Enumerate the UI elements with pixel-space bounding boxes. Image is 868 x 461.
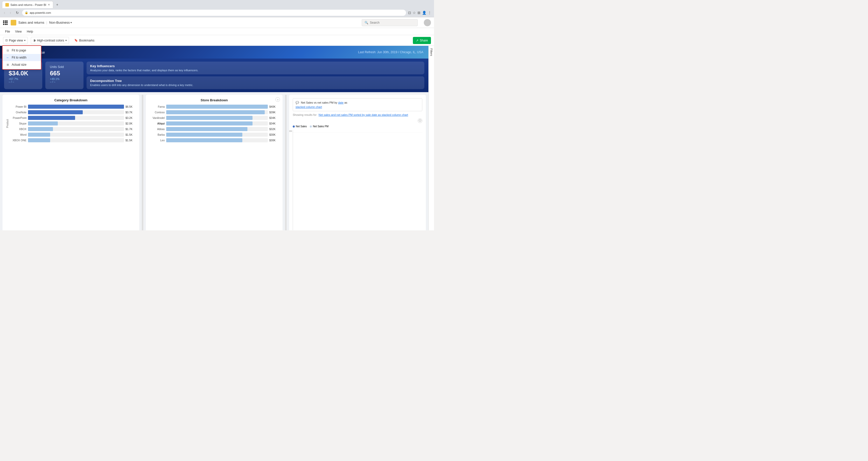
report-content: soft | Alpine Ski House Last Refresh: Ju… (0, 46, 428, 230)
page-view-dropdown: ⊟ Fit to page ↔ Fit to width ⊞ Actual si… (2, 45, 41, 70)
fit-to-width-label: Fit to width (12, 56, 27, 59)
bar-row-xbox: XBOX $1.7K (10, 127, 136, 131)
chart-divider-1 (142, 95, 143, 230)
actual-size-option[interactable]: ⊞ Actual size (3, 61, 41, 68)
store-bar-value-fama: $40K (269, 105, 279, 108)
bar-row-word: Word $1.5K (10, 133, 136, 137)
store-bar-label-aliqui: Aliqui (149, 122, 165, 125)
bar-row-skype: Skype $2.0K (10, 121, 136, 125)
bar-value-powerbi: $6.5K (125, 105, 136, 108)
showing-label: Showing results for (293, 113, 317, 116)
forward-button[interactable]: › (8, 10, 12, 16)
bar-value-xboxone: $1.5K (125, 139, 136, 142)
key-influencers-card[interactable]: Key Influencers Analyzes your data, rank… (87, 62, 424, 74)
bar-fill-powerpoint (28, 116, 75, 120)
bar-fill-powerbi (28, 104, 124, 109)
ai-query-date-link[interactable]: date (338, 101, 343, 104)
fit-to-page-option[interactable]: ⊟ Fit to page (3, 47, 41, 54)
bar-row-onenote: OneNote $3.7K (10, 110, 136, 114)
share-button[interactable]: ↗ Share (413, 37, 431, 44)
bar-container-xbox (28, 127, 124, 131)
store-bar-container-abbas (166, 127, 268, 131)
powerbi-app: Sales and returns | Non-Business ▾ 🔍 Fil… (0, 17, 434, 230)
toolbar: ⊡ Page view ▾ ◑ High-contrast colors ▾ 🔖… (0, 35, 434, 46)
bar-container-onenote (28, 110, 124, 114)
bar-row-powerpoint: PowerPoint $3.2K (10, 116, 136, 120)
store-bar-container-vanarsdel (166, 116, 268, 120)
bar-container-powerbi (28, 104, 124, 109)
legend-net-sales-label: Net Sales (296, 125, 307, 128)
workspace-name[interactable]: Non-Business ▾ (49, 21, 72, 25)
store-bar-container-aliqui (166, 121, 268, 125)
key-influencers-title: Key Influencers (90, 64, 421, 68)
user-avatar[interactable] (424, 19, 431, 26)
cast-icon[interactable]: ⊡ (408, 11, 411, 15)
tab-favicon (5, 3, 9, 7)
store-bar-container-leo (166, 138, 268, 142)
ai-query-chart-link[interactable]: stacked column chart (296, 105, 322, 109)
category-bar-rows: Power BI $6.5K OneNote (10, 104, 136, 142)
search-input[interactable] (370, 21, 415, 25)
bar-value-word: $1.5K (125, 133, 136, 136)
store-bar-label-abbas: Abbas (149, 127, 165, 131)
decomposition-tree-card[interactable]: Decomposition Tree Enables users to dril… (87, 76, 424, 89)
star-icon[interactable]: ☆ (413, 11, 416, 15)
info-icon[interactable]: ⓘ (418, 118, 422, 123)
bookmarks-button[interactable]: 🔖 Bookmarks (72, 37, 97, 44)
topbar: Sales and returns | Non-Business ▾ 🔍 (0, 17, 434, 28)
bar-fill-word (28, 133, 50, 137)
active-tab[interactable]: Sales and returns - Power BI ✕ (2, 1, 53, 8)
menu-view[interactable]: View (13, 29, 24, 34)
search-icon: 🔍 (365, 21, 368, 25)
charts-area: Category Breakdown Product Power BI $6.5… (0, 92, 428, 230)
store-bar-value-vanarsdel: $34K (269, 116, 279, 119)
app-grid-icon[interactable] (3, 20, 8, 25)
reload-button[interactable]: ↻ (14, 10, 20, 15)
store-bar-label-leo: Leo (149, 139, 165, 142)
store-bar-value-barba: $30K (269, 133, 279, 136)
fit-to-page-label: Fit to page (12, 49, 26, 52)
bar-value-powerpoint: $3.2K (125, 116, 136, 119)
column-chart-area: $100K $50K (293, 130, 422, 230)
showing-text[interactable]: Net sales and net sales PM sorted by sal… (319, 113, 408, 116)
bar-value-xbox: $1.7K (125, 127, 136, 131)
category-chart-title: Category Breakdown (6, 98, 136, 102)
filters-panel[interactable]: Filters (428, 46, 434, 230)
bar-label-powerbi: Power BI (10, 105, 27, 108)
menu-icon[interactable]: ⋮ (428, 11, 431, 15)
kpi-net-sales-value: $34.0K (9, 70, 38, 77)
bar-row-powerbi: Power BI $6.5K (10, 104, 136, 109)
search-box[interactable]: 🔍 (362, 19, 418, 26)
tab-title: Sales and returns - Power BI (10, 3, 46, 6)
key-influencers-desc: Analyzes your data, ranks the factors th… (90, 69, 421, 72)
url-bar[interactable]: 🔒 app.powerbi.com (22, 10, 406, 16)
tab-close-icon[interactable]: ✕ (48, 3, 50, 6)
store-bar-value-abbas: $32K (269, 127, 279, 131)
share-icon: ↗ (416, 39, 418, 42)
report-title: Sales and returns (18, 21, 44, 25)
bookmarks-icon: 🔖 (74, 39, 78, 42)
store-chart-title: Store Breakdown (149, 98, 279, 102)
new-tab-button[interactable]: + (54, 1, 60, 8)
kpi-net-sales-change: +67.7% (9, 78, 38, 81)
store-bar-row-aliqui: Aliqui $34K (149, 121, 279, 125)
store-chart-circle-icon[interactable]: ○ (275, 97, 280, 102)
menu-file[interactable]: File (3, 29, 12, 34)
store-bar-container-contoso (166, 110, 268, 114)
kpi-insights-row: Net Sales $34.0K +67.7% -- / -- Units So… (0, 59, 428, 92)
page-view-button[interactable]: ⊡ Page view ▾ (3, 37, 28, 44)
fit-to-width-icon: ↔ (6, 56, 10, 60)
high-contrast-button[interactable]: ◑ High-contrast colors ▾ (31, 37, 69, 44)
profile-icon[interactable]: 👤 (422, 11, 426, 15)
menu-help[interactable]: Help (25, 29, 35, 34)
legend-net-sales: Net Sales (293, 125, 307, 128)
chart-legend: Net Sales Net Sales PM (293, 125, 422, 128)
y-axis: $100K $50K (289, 130, 292, 230)
page-view-label: Page view (9, 39, 23, 42)
store-bar-row-vanarsdel: VanArsdel $34K (149, 116, 279, 120)
bar-value-skype: $2.0K (125, 122, 136, 125)
back-button[interactable]: ‹ (3, 10, 6, 16)
bar-value-onenote: $3.7K (125, 111, 136, 114)
fit-to-width-option[interactable]: ↔ Fit to width (3, 54, 41, 61)
extension-icon[interactable]: ⊞ (417, 11, 421, 15)
